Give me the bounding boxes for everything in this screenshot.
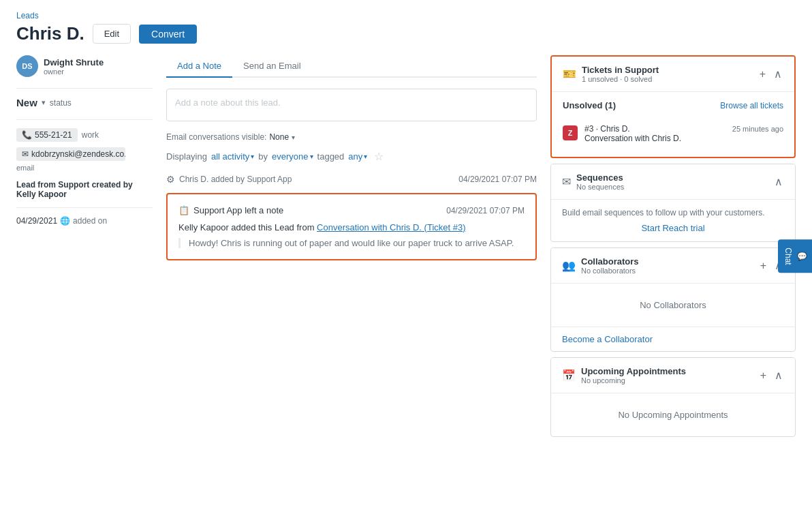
- divider-3: [16, 207, 153, 208]
- ticket-row[interactable]: Z #3 · Chris D. 25 minutes ago Conversat…: [563, 119, 783, 149]
- note-ticket-link[interactable]: Conversation with Chris D. (Ticket #3): [317, 222, 465, 232]
- no-collaborators-label: No Collaborators: [562, 292, 784, 318]
- chat-label: Chat: [783, 247, 793, 265]
- tab-add-note[interactable]: Add a Note: [166, 55, 232, 78]
- visibility-caret-icon[interactable]: ▾: [292, 134, 295, 141]
- any-caret-icon[interactable]: ▾: [364, 153, 367, 160]
- no-appointments-label: No Upcoming Appointments: [562, 402, 784, 428]
- filter-row: Displaying all activity ▾ by everyone ▾ …: [166, 150, 537, 163]
- tickets-subtitle: 1 unsolved · 0 solved: [582, 75, 753, 83]
- tagged-label: tagged: [317, 151, 345, 162]
- email-value: kdobrzynski@zendesk.co...: [31, 149, 125, 159]
- email-badge[interactable]: ✉ kdobrzynski@zendesk.co...: [16, 147, 125, 161]
- chat-button[interactable]: 💬 Chat: [778, 239, 812, 273]
- appointments-subtitle: No upcoming: [581, 376, 753, 385]
- note-card-time: 04/29/2021 07:07 PM: [446, 206, 525, 215]
- collaborators-add-button[interactable]: +: [759, 258, 768, 273]
- tickets-collapse-button[interactable]: ∧: [772, 66, 783, 82]
- status-caret-icon[interactable]: ▾: [42, 98, 46, 107]
- ticket-time: 25 minutes ago: [732, 125, 783, 133]
- sequences-panel-header: ✉ Sequences No sequences ∧: [551, 164, 795, 199]
- phone-type: work: [82, 130, 99, 140]
- by-label: by: [258, 151, 268, 162]
- tickets-panel-header: 🎫 Tickets in Support 1 unsolved · 0 solv…: [552, 57, 794, 91]
- appointments-panel: 📅 Upcoming Appointments No upcoming + ∧ …: [550, 357, 796, 437]
- collaborators-icon: 👥: [562, 259, 576, 272]
- tab-send-email[interactable]: Send an Email: [232, 55, 312, 78]
- edit-button[interactable]: Edit: [93, 24, 131, 44]
- all-activity-caret-icon[interactable]: ▾: [251, 153, 254, 160]
- chat-icon: 💬: [797, 251, 807, 261]
- status-label: status: [50, 98, 72, 108]
- start-trial-link[interactable]: Start Reach trial: [562, 223, 784, 233]
- tickets-title: Tickets in Support: [582, 65, 753, 75]
- all-activity-filter[interactable]: all activity ▾: [211, 151, 254, 162]
- breadcrumb[interactable]: Leads: [16, 11, 796, 20]
- note-card: 📋 Support App left a note 04/29/2021 07:…: [166, 193, 537, 260]
- sequences-subtitle: No sequences: [576, 183, 768, 191]
- activity-tabs: Add a Note Send an Email: [166, 55, 537, 78]
- note-quote: Howdy! Chris is running out of paper and…: [178, 238, 525, 248]
- added-label: added on: [73, 216, 107, 226]
- ticket-subject: Conversation with Chris D.: [584, 134, 783, 143]
- everyone-filter[interactable]: everyone ▾: [272, 151, 313, 162]
- star-button[interactable]: ☆: [374, 150, 384, 163]
- tickets-icon: 🎫: [563, 67, 576, 80]
- activity-actor: Chris D. added by Support App: [179, 175, 292, 184]
- page-title: Chris D.: [16, 23, 84, 44]
- visibility-prefix: Email conversations visible:: [166, 132, 266, 142]
- sequences-title: Sequences: [576, 172, 768, 183]
- owner-name: Dwight Shrute: [44, 57, 104, 67]
- ticket-id: #3 · Chris D.: [584, 124, 630, 134]
- divider-2: [16, 119, 153, 120]
- phone-value: 555-21-21: [35, 130, 72, 140]
- sequences-description: Build email sequences to follow up with …: [562, 208, 784, 217]
- tickets-panel: 🎫 Tickets in Support 1 unsolved · 0 solv…: [550, 55, 796, 158]
- email-type-label: email: [16, 164, 153, 172]
- sequences-icon: ✉: [562, 175, 571, 188]
- displaying-label: Displaying: [166, 151, 207, 162]
- note-card-icon: 📋: [178, 205, 189, 215]
- added-date: 04/29/2021: [16, 216, 57, 226]
- become-collaborator-link[interactable]: Become a Collaborator: [551, 327, 795, 351]
- appointments-add-button[interactable]: +: [759, 368, 768, 383]
- any-filter[interactable]: any ▾: [348, 151, 367, 162]
- note-card-body: Kelly Kapoor added this Lead from Conver…: [178, 222, 525, 232]
- divider-1: [16, 88, 153, 89]
- activity-time: 04/29/2021 07:07 PM: [458, 175, 537, 184]
- collaborators-panel: 👥 Collaborators No collaborators + ∧ No …: [550, 247, 796, 352]
- ticket-icon: Z: [563, 125, 578, 140]
- globe-icon: 🌐: [60, 216, 70, 226]
- activity-meta: ⚙ Chris D. added by Support App 04/29/20…: [166, 174, 537, 185]
- note-input[interactable]: Add a note about this lead.: [166, 89, 537, 121]
- avatar: DS: [16, 55, 38, 77]
- collaborators-subtitle: No collaborators: [581, 267, 753, 275]
- owner-role: owner: [44, 67, 104, 76]
- convert-button[interactable]: Convert: [139, 25, 197, 44]
- appointments-collapse-button[interactable]: ∧: [773, 367, 784, 383]
- lead-source: Lead from Support created by Kelly Kapoo…: [16, 180, 153, 199]
- note-card-title-text: Support App left a note: [193, 205, 283, 215]
- unsolved-label: Unsolved (1): [563, 100, 616, 110]
- email-icon: ✉: [22, 149, 29, 159]
- status-value: New: [16, 97, 37, 108]
- browse-all-tickets-link[interactable]: Browse all tickets: [720, 101, 783, 110]
- appointments-panel-header: 📅 Upcoming Appointments No upcoming + ∧: [551, 358, 795, 393]
- tickets-add-button[interactable]: +: [758, 67, 767, 82]
- collaborators-panel-header: 👥 Collaborators No collaborators + ∧: [551, 248, 795, 283]
- visibility-value[interactable]: None: [269, 132, 289, 142]
- activity-icon: ⚙: [166, 174, 175, 185]
- sequences-collapse-button[interactable]: ∧: [773, 174, 784, 190]
- sequences-body: Build email sequences to follow up with …: [551, 199, 795, 241]
- phone-badge[interactable]: 📞 555-21-21: [16, 128, 78, 142]
- sequences-panel: ✉ Sequences No sequences ∧ Build email s…: [550, 164, 796, 242]
- appointments-title: Upcoming Appointments: [581, 366, 753, 376]
- phone-icon: 📞: [22, 130, 32, 140]
- appointments-icon: 📅: [562, 369, 576, 382]
- collaborators-title: Collaborators: [581, 256, 753, 267]
- everyone-caret-icon[interactable]: ▾: [310, 153, 313, 160]
